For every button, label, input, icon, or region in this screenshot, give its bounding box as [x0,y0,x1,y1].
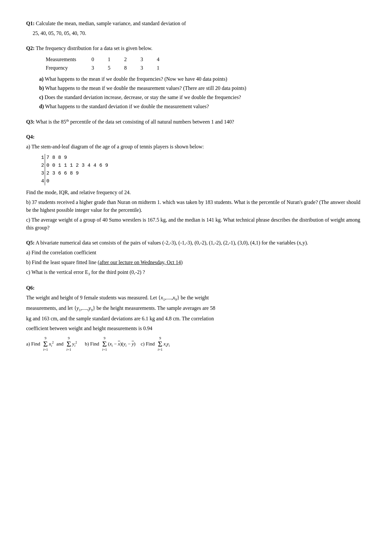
leaves-4: 0 [46,177,49,185]
q2-partd-label: d) [39,104,44,109]
q6-partb-label: b) Find [85,339,99,349]
q6-partc-label: c) Find [141,339,155,349]
q6-line4: coefficient between weight and height me… [26,325,366,332]
q6-set-y: {y1,....,y9} [74,305,95,311]
stem-row-4: 4 0 [39,177,366,185]
q5-label: Q5: [26,240,35,245]
sigma-wrap-xiyi: 9 Σ i=1 [158,336,163,351]
yi2-expr: yi2 [72,339,77,349]
question-4: Q4: a) The stem-and-leaf diagram of the … [26,133,366,232]
q4-partb: b) 37 students received a higher grade t… [26,198,366,214]
sigma-wrap-xi2: 9 Σ i=1 [43,336,48,351]
question-1: Q1: Calculate the mean, median, sample v… [26,20,366,37]
question-3: Q3: What is the 85th percentile of the d… [26,118,366,126]
q2-partb-label: b) [39,85,44,91]
question-5: Q5: A bivariate numerical data set consi… [26,239,366,277]
stem-row-1: 1 7 8 8 9 [39,154,366,162]
q2-partd: d) What happens to the standard deviatio… [39,103,366,110]
sigma-bot-cov: i=1 [102,348,107,351]
q4-parta-intro: a) The stem-and-leaf diagram of the age … [26,143,366,151]
cov-expr: (xi − x)(yi − y) [108,339,135,349]
q2-partd-text: What happens to the standard deviation i… [45,104,209,109]
q2-partc-label: c) [39,94,43,100]
table-row2-v2: 8 [124,64,140,72]
leaves-3: 2 3 6 6 8 9 [46,170,79,177]
q6-and: and [57,339,64,349]
sigma-sym-yi2: Σ [67,340,71,348]
q3-label: Q3: [26,119,35,125]
q2-text: The frequency distribution for a data se… [36,45,153,51]
sigma-wrap-yi2: 9 Σ i=1 [66,336,71,351]
q1-text: Q1: Calculate the mean, median, sample v… [26,20,366,27]
q2-intro: Q2: The frequency distribution for a dat… [26,44,366,52]
q6-label-line: Q6: [26,284,366,292]
q6-label: Q6: [26,285,35,291]
q2-parta: a) What happens to the mean if we double… [39,75,366,83]
q6-sum-xiyi: 9 Σ i=1 xiyi [157,336,170,351]
q5-partb-underline: after our lecture on Wednesday, Oct 14 [99,260,181,265]
q2-parta-text: What happens to the mean if we double th… [45,76,227,82]
q5-body: A bivariate numerical data set consists … [36,240,308,245]
q6-sum-cov: 9 Σ i=1 (xi − x)(yi − y) [102,336,136,351]
q4-label: Q4: [26,134,35,140]
q6-set-x: {x1,....,x9} [158,295,179,300]
q6-parta-label: a) Find [26,339,40,349]
table-row2-v3: 3 [140,64,157,72]
stem-leaf-diagram: 1 7 8 8 9 2 0 0 1 1 1 2 3 4 4 6 9 3 2 3 … [39,154,366,185]
q2-parta-label: a) [39,76,43,82]
q6-line3: kg and 163 cm, and the sample standard d… [26,315,366,323]
sigma-bot-xi2: i=1 [43,348,48,351]
q4-label-line: Q4: [26,133,366,141]
question-2: Q2: The frequency distribution for a dat… [26,44,366,110]
q5-partb: b) Find the least square fitted line (af… [26,259,366,266]
q3-sup: th [66,118,69,122]
sigma-sym-cov: Σ [102,340,107,348]
q5-parta: a) Find the correlation coefficient [26,249,366,257]
xiyi-expr: xiyi [164,339,170,349]
table-row2-v1: 5 [108,64,124,72]
q5-partc: c) What is the vertical error E3 for the… [26,268,366,277]
q5-text: Q5: A bivariate numerical data set consi… [26,239,366,247]
stem-2: 2 [39,162,45,170]
leaves-1: 7 8 8 9 [46,154,67,162]
stem-row-2: 2 0 0 1 1 1 2 3 4 4 6 9 [39,162,366,170]
frequency-table: Measurements 0 1 2 3 4 Frequency 3 5 8 3… [46,56,366,72]
q5-partc-sub: 3 [88,272,90,276]
sigma-bot-yi2: i=1 [66,348,71,351]
stem-1: 1 [39,154,45,162]
q6-math-line: a) Find 9 Σ i=1 xi2 and 9 Σ i=1 yi2 b) F… [26,336,366,351]
stem-row-3: 3 2 3 6 6 8 9 [39,170,366,177]
q4-partc: c) The average weight of a group of 40 S… [26,216,366,232]
q3-body: What is the 85th percentile of the data … [36,119,234,125]
q4-find-text: Find the mode, IQR, and relative frequen… [26,189,366,196]
q2-label: Q2: [26,45,35,51]
q2-partc: c) Does the standard deviation increase,… [39,93,366,101]
table-row2-v4: 1 [157,64,173,72]
sigma-wrap-cov: 9 Σ i=1 [102,336,107,351]
q1-body: Calculate the mean, median, sample varia… [36,21,186,26]
sigma-sym-xi2: Σ [43,340,48,348]
q6-sum-xi2: 9 Σ i=1 xi2 [43,336,54,351]
table-row1-v4: 4 [157,56,173,63]
q2-partb-text: What happens to the mean if we double th… [45,85,246,91]
q6-sum-yi2: 9 Σ i=1 yi2 [66,336,77,351]
sigma-sym-xiyi: Σ [158,340,162,348]
xi2-expr: xi2 [49,339,54,349]
q6-line2: measurements, and let {y1,....,y9} be th… [26,304,366,313]
table-row1-v1: 1 [108,56,124,63]
table-row1-v0: 0 [91,56,108,63]
sigma-bot-xiyi: i=1 [158,348,163,351]
stem-4: 4 [39,177,45,185]
table-row1-v2: 2 [124,56,140,63]
q6-line1: The weight and height of 9 female studen… [26,294,366,302]
table-row2-v0: 3 [91,64,108,72]
table-row1-v3: 3 [140,56,157,63]
q1-label: Q1: [26,21,35,26]
table-row2-label: Frequency [46,64,91,72]
question-6: Q6: The weight and height of 9 female st… [26,284,366,351]
q2-partc-text: Does the standard deviation increase, de… [44,94,241,100]
table-row1-label: Measurements [46,56,91,63]
q1-data: 25, 40, 05, 70, 05, 40, 70. [33,29,366,37]
leaves-2: 0 0 1 1 1 2 3 4 4 6 9 [46,162,108,170]
q2-partb: b) What happens to the mean if we double… [39,84,366,92]
